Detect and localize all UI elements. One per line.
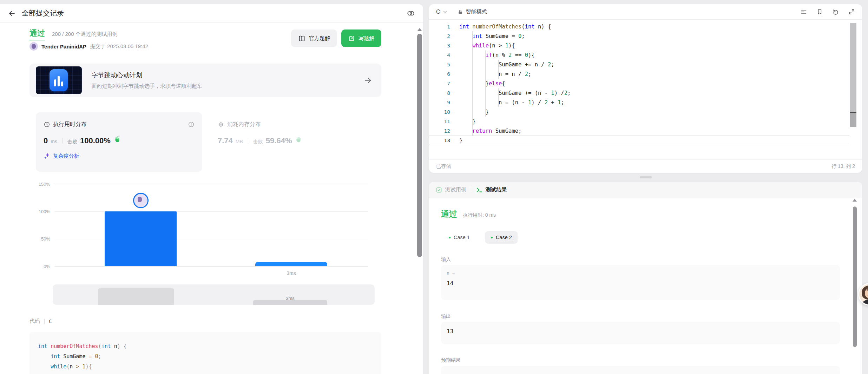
panel-resize-handle[interactable] [640, 176, 652, 178]
output-box[interactable]: 13 [441, 322, 840, 344]
runtime-distribution-card[interactable]: 执行用时分布 0 ms 击败 100.00% 复杂度分析 [36, 112, 202, 172]
case-1-chip[interactable]: Case 1 [443, 231, 475, 244]
info-icon[interactable] [188, 121, 195, 128]
my-submission-marker[interactable] [133, 193, 149, 208]
runtime-distribution-chart: 150% 100% 50% 0% 3ms 3ms [29, 180, 381, 313]
memory-value: 7.74 [218, 136, 233, 145]
submission-meta: Tender PaninidAP 提交于 2025.03.05 19:42 [29, 42, 148, 51]
test-result-summary: 通过 执行用时: 0 ms [441, 209, 496, 219]
code-label: 代码 [29, 318, 40, 324]
output-label: 输出 [441, 313, 451, 320]
memory-distribution-card[interactable]: 消耗内存分布 7.74 MB 击败 59.64% [218, 112, 372, 154]
y-tick: 150% [29, 182, 50, 187]
back-button[interactable] [8, 9, 16, 18]
status-badge: 通过 [29, 28, 45, 40]
language-selector[interactable]: C [436, 9, 448, 15]
page-title: 全部提交记录 [22, 8, 64, 18]
bookmark-button[interactable] [816, 8, 823, 15]
console-scrollbar[interactable] [853, 206, 857, 347]
code-language: C [49, 319, 52, 324]
beat-label: 击败 [67, 139, 77, 145]
indent-guide [498, 88, 499, 107]
case-2-chip[interactable]: Case 2 [485, 231, 518, 244]
runtime-bar-0ms[interactable] [105, 211, 177, 266]
console-tabbar: 测试用例 测试结果 [429, 182, 862, 198]
expected-label: 预期结果 [441, 357, 461, 363]
result-summary: 通过 200 / 200 个通过的测试用例 [29, 28, 118, 40]
cursor-position-marker [850, 112, 856, 113]
case-chips: Case 1 Case 2 [443, 231, 518, 244]
promo-logo [36, 66, 82, 94]
test-console-panel: 测试用例 测试结果 通过 执行用时: 0 ms Case 1 Case 2 输入… [429, 182, 862, 374]
result-status: 通过 [441, 209, 457, 219]
lock-icon [458, 9, 463, 15]
y-tick: 0% [29, 264, 50, 269]
beat-label: 击败 [253, 139, 263, 145]
runtime-unit: ms [51, 139, 57, 144]
avatar[interactable] [29, 42, 38, 51]
complexity-analysis-link[interactable]: 复杂度分析 [44, 152, 195, 159]
wave-hand-icon [295, 136, 302, 143]
arrow-right-icon[interactable] [364, 76, 372, 85]
chevron-down-icon [442, 9, 448, 14]
left-panel-scrollbar[interactable] [417, 34, 422, 257]
indent-guide [498, 60, 499, 79]
brush-label: 3ms [253, 296, 327, 301]
indent-guide [472, 31, 473, 136]
scrollbar-up-arrow[interactable] [417, 28, 422, 31]
submitted-at: 提交于 2025.03.05 19:42 [90, 43, 148, 50]
editor-lines: 1int numberOfMatches(int n) {2 int SumGa… [429, 22, 849, 145]
promo-banner[interactable]: 字节跳动心动计划 面向短期冲刺字节跳动选手，求职弯道顺利超车 [29, 64, 381, 97]
official-solution-button[interactable]: 官方题解 [291, 29, 337, 47]
smart-mode-toggle[interactable]: 智能模式 [458, 8, 487, 15]
terminal-icon [476, 186, 483, 193]
code-section-header: 代码 C [29, 318, 52, 324]
tab-testcase[interactable]: 测试用例 [435, 186, 466, 193]
input-param: n = [447, 270, 834, 276]
runtime-card-title: 执行用时分布 [53, 121, 87, 128]
input-value: 14 [447, 280, 834, 287]
undo-icon [832, 8, 839, 15]
code-editor-panel: C 智能模式 1int numberOfMatches(int n) {2 in… [429, 4, 862, 173]
input-box[interactable]: n = 14 [441, 265, 840, 300]
format-code-button[interactable] [800, 8, 807, 15]
scrollbar-up-arrow[interactable] [853, 199, 857, 202]
link-icon [406, 9, 415, 18]
format-icon [800, 8, 807, 15]
submission-detail-panel: 全部提交记录 通过 200 / 200 个通过的测试用例 官方题解 写题解 Te… [0, 4, 423, 374]
fullscreen-button[interactable] [848, 8, 855, 15]
runtime-bar-3ms[interactable] [255, 262, 327, 266]
sparkle-icon [44, 152, 51, 159]
passed-cases-text: 200 / 200 个通过的测试用例 [52, 31, 118, 38]
x-axis-label: 3ms [255, 270, 327, 276]
write-solution-button[interactable]: 写题解 [341, 29, 381, 47]
save-status: 已存储 [436, 163, 451, 170]
editor-code-area[interactable]: 1int numberOfMatches(int n) {2 int SumGa… [429, 22, 849, 145]
head-actions: 官方题解 写题解 [291, 29, 381, 47]
tab-testresult[interactable]: 测试结果 [476, 186, 507, 193]
wave-hand-icon [113, 136, 121, 143]
editor-scrollbar-thumb[interactable] [850, 113, 856, 127]
copy-link-button[interactable] [406, 9, 415, 18]
output-value: 13 [447, 328, 834, 335]
runtime-value: 0 [44, 136, 48, 145]
submitted-code-block[interactable]: int numberOfMatches(int n) { int SumGame… [29, 332, 381, 374]
input-label: 输入 [441, 256, 451, 263]
book-icon [298, 35, 305, 42]
back-arrow-icon [8, 9, 16, 18]
memory-card-title: 消耗内存分布 [227, 121, 261, 128]
memory-chip-icon [218, 121, 224, 128]
expand-icon [848, 8, 855, 15]
runtime-beat-value: 100.00% [80, 136, 111, 145]
brush-bar [98, 288, 174, 305]
reset-code-button[interactable] [832, 8, 839, 15]
submission-header: 全部提交记录 [0, 4, 423, 22]
editor-status-bar: 已存储 行 13, 列 2 [429, 159, 862, 173]
username[interactable]: Tender PaninidAP [41, 44, 86, 50]
expected-box[interactable] [441, 366, 840, 374]
edit-icon [348, 35, 355, 42]
y-tick: 50% [29, 236, 50, 242]
checkbox-icon [435, 186, 442, 193]
chart-brush[interactable]: 3ms [53, 284, 375, 305]
clock-icon [44, 121, 50, 128]
